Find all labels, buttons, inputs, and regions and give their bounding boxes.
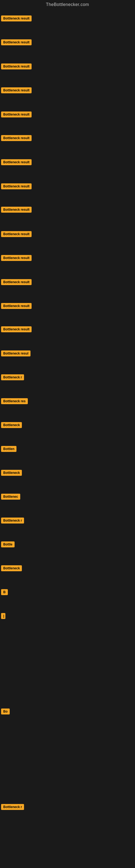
bottleneck-item[interactable]: Bottleneck result bbox=[1, 63, 32, 70]
bottleneck-item[interactable]: Bottleneck result bbox=[1, 255, 32, 262]
bottleneck-item[interactable]: Bottleneck bbox=[1, 422, 22, 429]
bottleneck-badge[interactable]: Bottleneck r bbox=[1, 374, 24, 380]
bottleneck-badge[interactable]: Bottleneck result bbox=[1, 279, 32, 285]
bottleneck-badge[interactable]: Bottleneck bbox=[1, 565, 22, 571]
bottleneck-badge[interactable]: Bottleneck result bbox=[1, 16, 32, 22]
bottleneck-badge[interactable]: Bottleneck result bbox=[1, 159, 32, 165]
bottleneck-badge[interactable]: Bottleneck res bbox=[1, 398, 28, 404]
bottleneck-item[interactable]: Bottleneck result bbox=[1, 112, 32, 119]
bottleneck-badge[interactable]: Bottleneck r bbox=[1, 804, 24, 810]
bottleneck-item[interactable]: Bottleneck result bbox=[1, 279, 32, 286]
bottleneck-badge[interactable]: Bottleneck result bbox=[1, 326, 32, 332]
bottleneck-badge[interactable]: Bottlenec bbox=[1, 494, 20, 500]
bottleneck-item[interactable]: Bottleneck result bbox=[1, 231, 32, 238]
bottleneck-item[interactable]: | bbox=[1, 613, 5, 620]
bottleneck-badge[interactable]: B bbox=[1, 589, 8, 595]
bottleneck-badge[interactable]: Bottleneck r bbox=[1, 518, 24, 524]
bottleneck-badge[interactable]: Bottleneck resul bbox=[1, 350, 31, 356]
bottleneck-item[interactable]: Bottleneck result bbox=[1, 39, 32, 46]
bottleneck-badge[interactable]: | bbox=[1, 613, 5, 619]
bottleneck-item[interactable]: Bottleneck result bbox=[1, 16, 32, 23]
bottleneck-item[interactable]: Bottleneck resul bbox=[1, 350, 31, 358]
bottleneck-badge[interactable]: Bottleneck bbox=[1, 422, 22, 428]
bottleneck-item[interactable]: Bottleneck result bbox=[1, 159, 32, 166]
bottleneck-item[interactable]: Bottleneck result bbox=[1, 135, 32, 142]
bottleneck-item[interactable]: Bottleneck result bbox=[1, 326, 32, 333]
bottleneck-badge[interactable]: Bottleneck result bbox=[1, 183, 32, 189]
bottleneck-badge[interactable]: Bo bbox=[1, 709, 10, 714]
bottleneck-item[interactable]: Bottleneck r bbox=[1, 374, 24, 381]
bottleneck-item[interactable]: Bottleneck res bbox=[1, 398, 28, 405]
bottleneck-badge[interactable]: Bottle bbox=[1, 541, 14, 547]
bottleneck-item[interactable]: Bottleneck r bbox=[1, 804, 24, 811]
bottleneck-item[interactable]: Bottleneck result bbox=[1, 207, 32, 214]
bottleneck-badge[interactable]: Bottleneck result bbox=[1, 303, 32, 309]
bottleneck-item[interactable]: Bo bbox=[1, 709, 10, 716]
bottleneck-item[interactable]: Bottlen bbox=[1, 446, 16, 453]
bottleneck-badge[interactable]: Bottlen bbox=[1, 446, 16, 452]
bottleneck-item[interactable]: Bottle bbox=[1, 541, 14, 549]
bottleneck-badge[interactable]: Bottleneck result bbox=[1, 135, 32, 141]
bottleneck-badge[interactable]: Bottleneck result bbox=[1, 87, 32, 93]
bottleneck-item[interactable]: Bottleneck bbox=[1, 470, 22, 477]
bottleneck-item[interactable]: Bottlenec bbox=[1, 494, 20, 501]
bottleneck-badge[interactable]: Bottleneck result bbox=[1, 231, 32, 237]
bottleneck-badge[interactable]: Bottleneck result bbox=[1, 39, 32, 45]
bottleneck-badge[interactable]: Bottleneck result bbox=[1, 63, 32, 69]
bottleneck-item[interactable]: Bottleneck result bbox=[1, 183, 32, 190]
bottleneck-badge[interactable]: Bottleneck bbox=[1, 470, 22, 476]
bottleneck-item[interactable]: B bbox=[1, 589, 8, 596]
site-title: TheBottlenecker.com bbox=[0, 0, 135, 8]
bottleneck-badge[interactable]: Bottleneck result bbox=[1, 255, 32, 261]
bottleneck-item[interactable]: Bottleneck bbox=[1, 565, 22, 572]
bottleneck-badge[interactable]: Bottleneck result bbox=[1, 207, 32, 213]
bottleneck-item[interactable]: Bottleneck result bbox=[1, 303, 32, 310]
bottleneck-item[interactable]: Bottleneck result bbox=[1, 87, 32, 94]
bottleneck-badge[interactable]: Bottleneck result bbox=[1, 112, 32, 118]
bottleneck-item[interactable]: Bottleneck r bbox=[1, 518, 24, 525]
